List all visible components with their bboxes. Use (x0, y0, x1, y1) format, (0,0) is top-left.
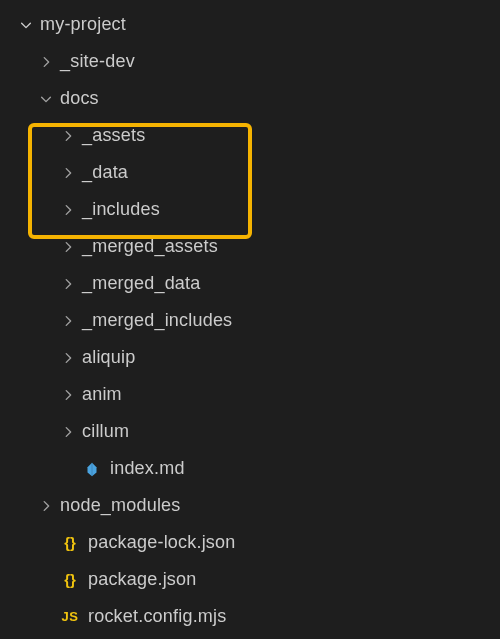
chevron-right-icon (60, 350, 76, 366)
file-label: rocket.config.mjs (88, 606, 226, 627)
folder-label: node_modules (60, 495, 181, 516)
file-label: package.json (88, 569, 196, 590)
tree-folder[interactable]: node_modules (0, 487, 500, 524)
chevron-right-icon (38, 498, 54, 514)
folder-label: _merged_data (82, 273, 201, 294)
tree-folder[interactable]: docs (0, 80, 500, 117)
tree-file[interactable]: JSrocket.config.mjs (0, 598, 500, 635)
file-label: package-lock.json (88, 532, 235, 553)
chevron-right-icon (60, 313, 76, 329)
tree-folder[interactable]: aliquip (0, 339, 500, 376)
js-file-icon: JS (60, 607, 80, 627)
chevron-right-icon (60, 424, 76, 440)
folder-label: _includes (82, 199, 160, 220)
tree-folder[interactable]: _merged_includes (0, 302, 500, 339)
tree-folder[interactable]: _merged_data (0, 265, 500, 302)
chevron-down-icon (18, 17, 34, 33)
file-label: index.md (110, 458, 185, 479)
json-file-icon: {} (60, 570, 80, 590)
folder-label: _site-dev (60, 51, 135, 72)
tree-root[interactable]: my-project (0, 6, 500, 43)
tree-file[interactable]: {}package-lock.json (0, 524, 500, 561)
tree-file[interactable]: {}package.json (0, 561, 500, 598)
tree-folder[interactable]: _includes (0, 191, 500, 228)
chevron-right-icon (60, 276, 76, 292)
folder-label: _merged_assets (82, 236, 218, 257)
markdown-file-icon (82, 459, 102, 479)
folder-label: cillum (82, 421, 129, 442)
folder-label: anim (82, 384, 122, 405)
chevron-right-icon (38, 54, 54, 70)
file-explorer-tree: my-project _site-devdocs_assets_data_inc… (0, 6, 500, 635)
tree-folder[interactable]: _merged_assets (0, 228, 500, 265)
json-file-icon: {} (60, 533, 80, 553)
tree-folder[interactable]: _site-dev (0, 43, 500, 80)
folder-label: _merged_includes (82, 310, 232, 331)
folder-label: my-project (40, 14, 126, 35)
folder-label: docs (60, 88, 99, 109)
chevron-down-icon (38, 91, 54, 107)
tree-file[interactable]: index.md (0, 450, 500, 487)
folder-label: _assets (82, 125, 145, 146)
chevron-right-icon (60, 165, 76, 181)
tree-folder[interactable]: _assets (0, 117, 500, 154)
folder-label: _data (82, 162, 128, 183)
chevron-right-icon (60, 387, 76, 403)
tree-folder[interactable]: anim (0, 376, 500, 413)
folder-label: aliquip (82, 347, 135, 368)
chevron-right-icon (60, 202, 76, 218)
chevron-right-icon (60, 128, 76, 144)
chevron-right-icon (60, 239, 76, 255)
tree-folder[interactable]: cillum (0, 413, 500, 450)
tree-folder[interactable]: _data (0, 154, 500, 191)
